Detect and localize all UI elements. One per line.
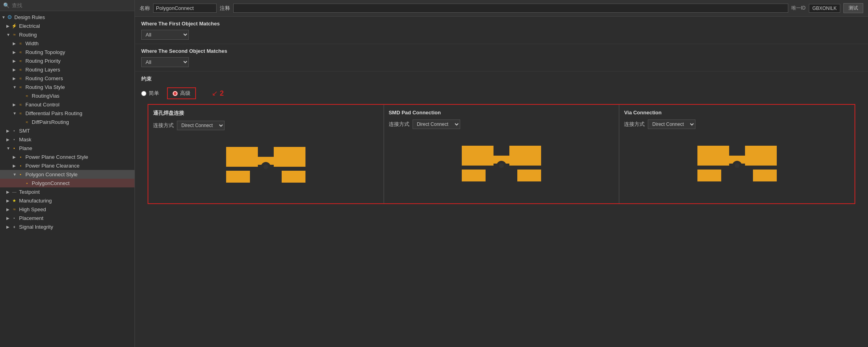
through-hole-title: 通孔焊盘连接 xyxy=(153,110,379,117)
fanout-icon: ≈ xyxy=(17,101,24,108)
sidebar-item-routing-layers[interactable]: ▶ ≈ Routing Layers xyxy=(0,65,134,74)
sidebar-item-routing-vias[interactable]: ≈ RoutingVias xyxy=(0,91,134,100)
rules-icon: ⚙ xyxy=(6,14,13,20)
first-object-dropdown[interactable]: All xyxy=(141,30,189,40)
svg-point-6 xyxy=(263,164,268,169)
sidebar-item-fanout[interactable]: ▶ ≈ Fanout Control xyxy=(0,100,134,109)
sidebar-label: Routing Topology xyxy=(25,49,65,55)
signal-icon: ♦ xyxy=(11,224,17,230)
sidebar-item-placement[interactable]: ▶ ▪ Placement xyxy=(0,214,134,222)
placement-icon: ▪ xyxy=(11,215,17,221)
search-bar[interactable]: 🔍 xyxy=(0,0,134,11)
svg-rect-1 xyxy=(226,171,250,183)
svg-rect-17 xyxy=(753,170,777,181)
via-conn-title: Via Connection xyxy=(624,110,850,116)
through-hole-conn-row: 连接方式 Direct Connect xyxy=(153,121,379,130)
sidebar-item-manufacturing[interactable]: ▶ ★ Manufacturing xyxy=(0,196,134,205)
sidebar-label: Width xyxy=(25,40,38,46)
plane-icon: ▪ xyxy=(11,145,17,151)
sidebar-label: RoutingVias xyxy=(32,93,60,99)
sidebar-item-plane[interactable]: ▼ ▪ Plane xyxy=(0,144,134,152)
sidebar-label: Fanout Control xyxy=(25,102,60,108)
search-icon: 🔍 xyxy=(3,2,10,8)
constraint-title: 约束 xyxy=(141,75,862,83)
sidebar-item-polygon-connect-style[interactable]: ▼ ▪ Polygon Connect Style xyxy=(0,170,134,179)
expand-arrow: ▶ xyxy=(6,190,11,194)
expand-arrow: ▼ xyxy=(6,146,11,150)
sidebar-label: Electrical xyxy=(19,23,40,29)
sidebar-item-routing[interactable]: ▼ ≈ Routing xyxy=(0,30,134,39)
expand-arrow: ▶ xyxy=(6,137,11,142)
smt-icon: ▪ xyxy=(11,127,17,134)
smd-pad-title: SMD Pad Connection xyxy=(389,110,615,116)
comment-input[interactable] xyxy=(233,4,788,13)
radio-advanced[interactable]: 高级 xyxy=(173,90,190,97)
sidebar-item-routing-priority[interactable]: ▶ ≈ Routing Priority xyxy=(0,56,134,65)
sidebar-item-diff-pairs[interactable]: ▼ ≈ Differential Pairs Routing xyxy=(0,109,134,118)
sidebar-label: Testpoint xyxy=(19,189,40,195)
name-input[interactable] xyxy=(153,4,217,13)
expand-arrow: ▼ xyxy=(13,111,17,116)
testpoint-icon: — xyxy=(11,189,17,195)
sidebar-item-routing-corners[interactable]: ▶ ≈ Routing Corners xyxy=(0,74,134,83)
sidebar-item-routing-via-style[interactable]: ▼ ≈ Routing Via Style xyxy=(0,83,134,91)
sidebar-label: Routing Priority xyxy=(25,58,61,64)
simple-radio[interactable] xyxy=(141,91,146,96)
through-hole-panel: 通孔焊盘连接 连接方式 Direct Connect xyxy=(148,105,384,203)
smd-pad-diagram xyxy=(389,134,615,197)
search-input[interactable] xyxy=(12,2,131,8)
sidebar-item-smt[interactable]: ▶ ▪ SMT xyxy=(0,126,134,135)
sidebar-item-mask[interactable]: ▶ ▪ Mask xyxy=(0,135,134,144)
smd-pad-conn-row: 连接方式 Direct Connect xyxy=(389,120,615,129)
sidebar-item-width[interactable]: ▶ ≈ Width xyxy=(0,39,134,48)
expand-arrow: ▶ xyxy=(6,24,11,28)
second-object-dropdown[interactable]: All xyxy=(141,57,189,67)
test-button[interactable]: 测试 xyxy=(843,3,863,13)
expand-arrow: ▼ xyxy=(13,172,17,177)
sidebar: 🔍 ▼ ⚙ Design Rules ▶ ⚡ Electrical ▼ ≈ Ro… xyxy=(0,0,135,347)
radio-simple[interactable]: 简单 xyxy=(141,90,159,97)
vias-icon: ≈ xyxy=(24,93,30,99)
sidebar-label: Routing Via Style xyxy=(25,84,65,90)
expand-arrow: ▼ xyxy=(6,33,11,37)
sidebar-item-electrical[interactable]: ▶ ⚡ Electrical xyxy=(0,21,134,30)
through-hole-diagram xyxy=(153,135,379,199)
via-diagram-svg xyxy=(693,138,781,193)
top-bar-right: 唯一ID GBXONILK 测试 xyxy=(791,3,863,13)
svg-rect-10 xyxy=(517,170,541,181)
expand-arrow: ▶ xyxy=(13,41,17,46)
through-hole-conn-select[interactable]: Direct Connect xyxy=(177,121,225,130)
uid-label: 唯一ID xyxy=(791,5,806,12)
sidebar-label: Differential Pairs Routing xyxy=(25,110,83,116)
sidebar-item-polygon-connect[interactable]: ▪ PolygonConnect xyxy=(0,179,134,187)
sidebar-label: DiffPairsRouting xyxy=(32,119,69,125)
expand-arrow: ▼ xyxy=(13,85,17,89)
expand-arrow: ▶ xyxy=(13,102,17,107)
sidebar-item-signal-integrity[interactable]: ▶ ♦ Signal Integrity xyxy=(0,222,134,231)
sidebar-item-high-speed[interactable]: ▶ ≈ High Speed xyxy=(0,205,134,214)
sidebar-item-diff-pairs-routing[interactable]: ≈ DiffPairsRouting xyxy=(0,118,134,126)
via-conn-row: 连接方式 Direct Connect xyxy=(624,120,850,129)
svg-point-13 xyxy=(499,163,504,168)
top-bar: 名称 注释 唯一ID GBXONILK 测试 xyxy=(135,0,868,17)
first-object-title: Where The First Object Matches xyxy=(141,21,862,27)
sidebar-item-routing-topology[interactable]: ▶ ≈ Routing Topology xyxy=(0,48,134,56)
smd-pad-conn-select[interactable]: Direct Connect xyxy=(413,120,460,129)
diff-icon: ≈ xyxy=(17,110,24,116)
sidebar-item-power-plane-connect[interactable]: ▶ ▪ Power Plane Connect Style xyxy=(0,152,134,161)
comment-label: 注释 xyxy=(220,5,230,12)
polyconn-icon: ▪ xyxy=(24,180,30,186)
smd-pad-panel: SMD Pad Connection 连接方式 Direct Connect xyxy=(384,105,620,203)
sidebar-item-power-plane-clearance[interactable]: ▶ ▪ Power Plane Clearance xyxy=(0,161,134,170)
arrow2-annotation: ↙ 2 xyxy=(212,89,224,98)
sidebar-label: Placement xyxy=(19,215,43,221)
expand-arrow: ▼ xyxy=(2,15,6,19)
advanced-radio[interactable] xyxy=(173,91,178,96)
content-area: 名称 注释 唯一ID GBXONILK 测试 Where The First O… xyxy=(135,0,868,347)
sidebar-item-design-rules[interactable]: ▼ ⚙ Design Rules xyxy=(0,13,134,21)
via-conn-select[interactable]: Direct Connect xyxy=(648,120,695,129)
sidebar-item-testpoint[interactable]: ▶ — Testpoint xyxy=(0,187,134,196)
second-object-section: Where The Second Object Matches All xyxy=(135,44,868,71)
expand-arrow: ▶ xyxy=(13,59,17,63)
via-conn-panel: Via Connection 连接方式 Direct Connect xyxy=(619,105,855,203)
